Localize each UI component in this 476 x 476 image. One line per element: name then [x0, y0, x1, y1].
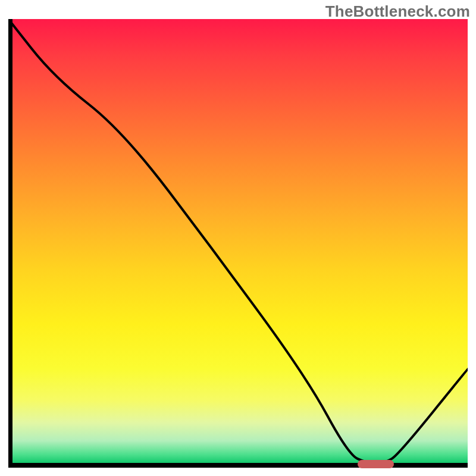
chart-container: TheBottleneck.com: [0, 0, 476, 476]
plot-frame: [8, 19, 468, 468]
optimal-range-marker: [358, 460, 394, 468]
watermark-text: TheBottleneck.com: [325, 2, 470, 21]
gradient-background: [8, 19, 468, 468]
